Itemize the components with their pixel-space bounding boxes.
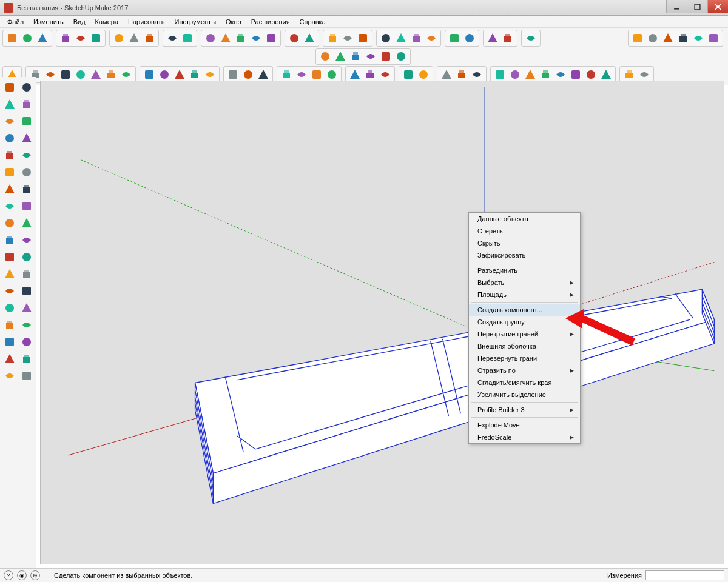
copy-button[interactable] [73,31,88,45]
circle-button[interactable] [2,147,18,163]
protractor-button[interactable] [2,266,18,282]
component-b-button[interactable] [218,31,233,45]
rotate-button[interactable] [2,215,18,231]
menu-инструменты[interactable]: Инструменты [169,17,221,27]
text-button[interactable] [19,266,35,282]
measurements-input[interactable] [645,570,724,580]
ctx-разъединить[interactable]: Разъединить [469,264,580,276]
nav-a-button[interactable] [379,31,393,45]
misc-b-button[interactable] [462,31,477,45]
ctx-explode-move[interactable]: Explode Move [469,419,580,431]
status-user-icon[interactable]: ◉ [17,570,27,580]
layer-b-button[interactable] [302,31,317,45]
render-c-button[interactable] [661,31,675,45]
pan-button[interactable] [19,300,35,316]
ctx-сгладить-смягчить-края[interactable]: Сгладить/смягчить края [469,376,580,389]
freehand-button[interactable] [19,113,35,129]
walk-button[interactable] [2,368,18,384]
component-e-button[interactable] [264,31,278,45]
look-button[interactable] [19,351,35,367]
section-button[interactable] [19,368,35,384]
model-info-button[interactable] [180,31,195,45]
curve-a-button[interactable] [485,31,500,45]
plugin-a-button[interactable] [524,31,538,45]
ctx-увеличить-выделение[interactable]: Увеличить выделение [469,389,580,401]
orbit-button[interactable] [2,300,18,316]
style-b-button[interactable] [340,31,355,45]
rect-button[interactable] [2,130,18,146]
select-button[interactable] [2,79,18,95]
ctx-перекрытие-граней[interactable]: Перекрытие граней▶ [469,328,580,340]
ctx-зафиксировать[interactable]: Зафиксировать [469,249,580,261]
ctx-отразить-по[interactable]: Отразить по▶ [469,364,580,376]
save-file-button[interactable] [35,31,50,45]
rotrect-button[interactable] [19,130,35,146]
menu-окно[interactable]: Окно [221,17,246,27]
curve-b-button[interactable] [500,31,515,45]
axes-button[interactable] [2,283,18,299]
nav-d-button[interactable] [424,31,439,45]
cut-button[interactable] [58,31,73,45]
render-e-button[interactable] [691,31,706,45]
style-a-button[interactable] [325,31,340,45]
menu-камера[interactable]: Камера [90,17,123,27]
status-info-icon[interactable]: ? [4,570,13,580]
house-e-button[interactable] [379,49,393,64]
scale-button[interactable] [2,232,18,248]
ctx-стереть[interactable]: Стереть [469,225,580,237]
ctx-внешняя-оболочка[interactable]: Внешняя оболочка [469,340,580,352]
menu-файл[interactable]: Файл [2,17,29,27]
redo-button[interactable] [142,31,157,45]
print-button[interactable] [165,31,180,45]
render-d-button[interactable] [676,31,690,45]
component-button[interactable] [19,79,35,95]
ctx-площадь[interactable]: Площадь▶ [469,289,580,301]
arc-button[interactable] [2,164,18,180]
layer-a-button[interactable] [287,31,302,45]
zoom-button[interactable] [2,317,18,333]
render-f-button[interactable] [706,31,721,45]
arc2-button[interactable] [19,164,35,180]
maximize-button[interactable] [687,0,707,13]
eraser-button[interactable] [19,96,35,112]
render-a-button[interactable] [630,31,645,45]
menu-вид[interactable]: Вид [69,17,90,27]
zoomwin-button[interactable] [19,317,35,333]
ctx-создать-компонент-[interactable]: Создать компонент... [469,304,580,316]
menu-изменить[interactable]: Изменить [29,17,69,27]
house-f-button[interactable] [394,49,408,64]
menu-расширения[interactable]: Расширения [246,17,295,27]
house-a-button[interactable] [318,49,332,64]
ctx-выбрать[interactable]: Выбрать▶ [469,276,580,289]
ctx-данные-объекта[interactable]: Данные объекта [469,213,580,225]
pie-button[interactable] [2,181,18,197]
close-button[interactable] [707,0,728,13]
position-button[interactable] [2,351,18,367]
nav-c-button[interactable] [409,31,423,45]
nav-b-button[interactable] [394,31,408,45]
polygon-button[interactable] [19,147,35,163]
ctx-fredoscale[interactable]: FredoScale▶ [469,431,580,443]
house-b-button[interactable] [333,49,348,64]
ctx-создать-группу[interactable]: Создать группу [469,316,580,328]
paste-button[interactable] [89,31,103,45]
minimize-button[interactable] [666,0,687,13]
ctx-скрыть[interactable]: Скрыть [469,237,580,249]
house-c-button[interactable] [348,49,363,64]
paint-button[interactable] [2,96,18,112]
component-a-button[interactable] [203,31,218,45]
viewport[interactable]: Данные объектаСтеретьСкрытьЗафиксировать… [40,81,724,564]
render-b-button[interactable] [645,31,660,45]
delete-button[interactable] [112,31,126,45]
zoom-ext-button[interactable] [19,334,35,350]
open-file-button[interactable] [20,31,35,45]
undo-button[interactable] [127,31,141,45]
tape-button[interactable] [2,249,18,265]
component-d-button[interactable] [249,31,263,45]
menu-справка[interactable]: Справка [295,17,331,27]
house-d-button[interactable] [363,49,378,64]
line-button[interactable] [2,113,18,129]
push-button[interactable] [19,198,35,214]
follow-button[interactable] [19,215,35,231]
style-c-button[interactable] [356,31,370,45]
